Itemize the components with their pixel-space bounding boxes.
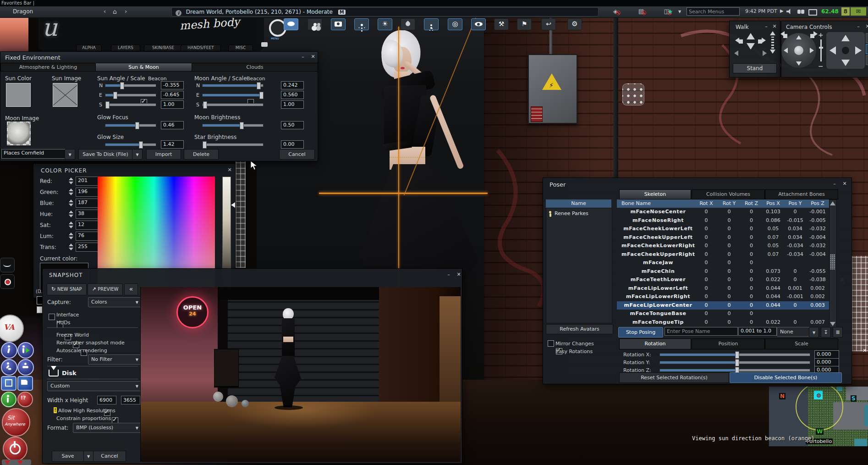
color-field-stepper[interactable] [68, 177, 74, 185]
refresh-avatars-button[interactable]: Refresh Avatars [546, 324, 613, 334]
rotation-x-slider[interactable] [659, 353, 810, 356]
fly-down-arrow[interactable] [770, 50, 775, 54]
height-input[interactable] [121, 396, 140, 404]
nav-forward-button[interactable]: › [125, 8, 127, 15]
binoculars-icon[interactable] [797, 10, 801, 14]
ao-next-button[interactable] [17, 342, 34, 359]
walk-button[interactable] [424, 18, 439, 30]
width-input[interactable] [97, 396, 116, 404]
ao-friend-button[interactable] [1, 392, 16, 407]
orbit-right-arrow[interactable] [810, 48, 814, 53]
titlebar[interactable]: Fixed Environment – ✕ [0, 52, 318, 63]
pose-dropdown-caret[interactable]: ▼ [809, 327, 819, 338]
ao-save-button[interactable] [1, 376, 16, 391]
fly-up-arrow[interactable] [770, 31, 775, 35]
rotation-y-slider[interactable] [659, 361, 810, 364]
minimize-button[interactable]: – [299, 54, 307, 60]
media-chip-2[interactable] [0, 274, 15, 289]
mirror-changes-checkbox[interactable] [548, 340, 554, 347]
moon-brightness-value[interactable]: 0.50 [281, 121, 304, 129]
pan-right-arrow[interactable] [855, 46, 862, 55]
pose-dropdown[interactable]: None [777, 327, 812, 337]
sun-e-value[interactable]: -0.645 [161, 91, 184, 99]
info-icon[interactable]: i [176, 10, 181, 16]
people-button[interactable] [308, 18, 322, 30]
ao-groundsit-button[interactable] [17, 359, 34, 376]
import-button[interactable]: Import [146, 149, 181, 160]
table-row[interactable]: mFaceTeethLower0000.0220-0.038 [617, 276, 829, 284]
bone-table-scrollbar[interactable] [829, 199, 837, 328]
camera-mode-eye-chip[interactable] [866, 33, 868, 43]
tab-clouds[interactable]: Clouds [192, 63, 318, 72]
ao-power-button[interactable] [3, 437, 27, 461]
table-row[interactable]: mFaceChin0000.0730-0.055 [617, 267, 829, 276]
places-combobox[interactable]: Places Cornfield [1, 149, 66, 159]
scroll-down-arrow[interactable] [830, 322, 835, 326]
exit-button[interactable]: ↩ [541, 18, 556, 30]
format-dropdown[interactable]: BMP (Lossless) ▼ [73, 423, 141, 433]
camera-mode-orbit-chip[interactable] [866, 44, 868, 54]
sun-n-slider[interactable] [105, 84, 156, 87]
preview-button[interactable]: ↗ PREVIEW [88, 283, 123, 295]
tab-atmosphere-lighting[interactable]: Atmosphere & Lighting [0, 63, 96, 72]
rotation-z-slider[interactable] [659, 369, 810, 372]
sun-image-swatch[interactable] [53, 83, 77, 107]
moon-s-slider[interactable] [202, 103, 264, 106]
capture-dropdown[interactable]: Colors ▼ [88, 297, 141, 307]
apps-grid-icon[interactable] [622, 83, 644, 105]
glow-size-slider[interactable] [105, 143, 156, 146]
color-field-stepper[interactable] [68, 188, 74, 196]
orbit-down-arrow[interactable] [796, 61, 802, 66]
close-button[interactable]: ✕ [771, 23, 778, 30]
table-row[interactable]: mFaceCheekLowerRight0000.05-0.034-0.032 [617, 242, 829, 250]
table-row[interactable]: mFaceTongueBase000 [617, 310, 829, 318]
floating-close-icon[interactable]: ✕ [863, 348, 867, 354]
monitor-icon[interactable] [808, 9, 817, 16]
close-button[interactable]: ✕ [864, 23, 868, 30]
camera-mode-pan-chip[interactable] [866, 55, 868, 65]
close-button[interactable]: ✕ [309, 54, 317, 60]
mesh-hud-minimize[interactable] [261, 42, 268, 47]
table-row[interactable]: mFaceCheekUpperLeft0000.070.034-0.004 [617, 233, 829, 242]
minimize-button[interactable]: – [445, 271, 452, 278]
glow-focus-slider[interactable] [105, 124, 156, 127]
pose-name-input[interactable] [665, 327, 738, 336]
turn-right-arrow[interactable] [762, 38, 766, 43]
sun-button[interactable]: ☀ [378, 18, 392, 30]
moon-s-value[interactable]: 1.00 [281, 100, 304, 109]
tab-attachment-bones[interactable]: Attachment Bones [765, 189, 838, 199]
pan-left-arrow[interactable] [830, 46, 836, 55]
orbit-left-arrow[interactable] [784, 48, 788, 53]
star-caret[interactable]: ▼ [678, 10, 681, 14]
moon-n-value[interactable]: 0.242 [281, 81, 304, 89]
interface-checkbox[interactable] [49, 314, 55, 320]
minimize-button[interactable]: – [763, 23, 770, 30]
tab-rotation[interactable]: Rotation [619, 338, 691, 349]
profile-dropdown[interactable]: Custom ▼ [47, 381, 141, 391]
luminance-marker[interactable] [231, 202, 235, 208]
notice-count-badge[interactable]: 8 [841, 7, 850, 16]
color-field-stepper[interactable] [68, 210, 74, 218]
table-row[interactable]: mFaceLipLowerRight0000.044-0.0010.002 [617, 293, 829, 301]
table-row[interactable]: mFaceCheekLowerLeft0000.050.034-0.032 [617, 225, 829, 233]
new-snap-button[interactable]: ↻ NEW SNAP [47, 283, 87, 295]
collapse-button[interactable]: « [124, 283, 138, 295]
filter-dropdown[interactable]: No Filter ▼ [88, 354, 141, 365]
eye-button[interactable] [471, 18, 486, 30]
orbit-sphere[interactable] [781, 33, 816, 68]
speaker-icon[interactable] [786, 9, 792, 14]
ao-collapse-button[interactable] [2, 459, 31, 465]
walk-forward-arrow[interactable] [747, 33, 755, 39]
ao-folder-button[interactable] [17, 376, 33, 391]
tab-misc[interactable]: MISC [228, 44, 253, 51]
pose-menu-button[interactable]: ≣ [833, 327, 843, 338]
delete-button[interactable]: Delete [184, 149, 219, 160]
tab-collision-volumes[interactable]: Collision Volumes [692, 189, 765, 199]
orbit-up-arrow[interactable] [796, 35, 802, 39]
sit-anywhere-button[interactable]: Sit Anywhere [2, 408, 30, 437]
tab-position[interactable]: Position [692, 338, 765, 349]
rotation-x-value[interactable]: 0.000 [814, 350, 839, 359]
sun-s-slider[interactable] [105, 103, 156, 106]
settings-button[interactable]: ⚙ [567, 18, 582, 30]
tab-hands-feet[interactable]: HANDS/FEET [181, 44, 221, 51]
